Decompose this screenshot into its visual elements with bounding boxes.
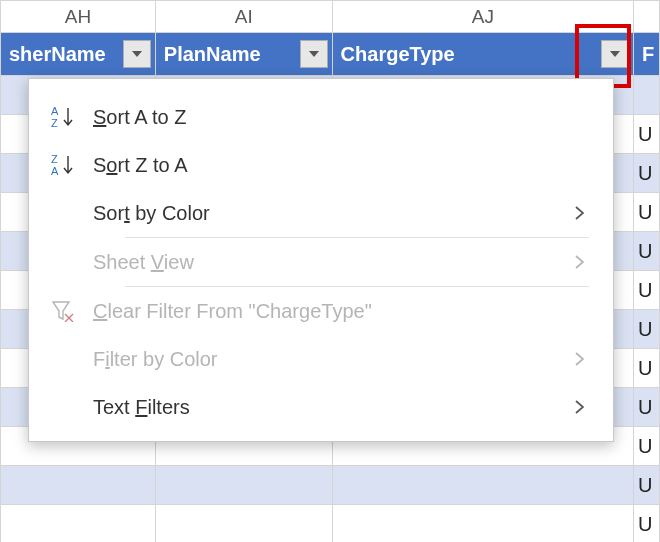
cell[interactable]: U — [634, 271, 660, 310]
menu-label: Sort Z to A — [93, 154, 613, 177]
header-cell[interactable]: PlanName — [155, 33, 332, 76]
svg-text:A: A — [51, 105, 59, 117]
menu-label: Text Filters — [93, 396, 565, 419]
chevron-down-icon — [309, 51, 319, 57]
header-label: PlanName — [164, 43, 261, 65]
header-label: ChargeType — [341, 43, 455, 65]
col-letter[interactable] — [634, 1, 660, 33]
cell[interactable] — [1, 466, 156, 505]
menu-filter-color: Filter by Color — [29, 335, 613, 383]
filter-button[interactable] — [601, 40, 629, 68]
cell[interactable] — [332, 505, 633, 543]
submenu-arrow-icon — [565, 400, 613, 414]
cell[interactable] — [332, 466, 633, 505]
filter-button[interactable] — [123, 40, 151, 68]
menu-sort-asc[interactable]: AZ Sort A to Z — [29, 93, 613, 141]
submenu-arrow-icon — [565, 352, 613, 366]
cell[interactable]: U — [634, 466, 660, 505]
header-label: F — [642, 43, 654, 65]
svg-text:A: A — [51, 165, 59, 177]
cell[interactable] — [1, 505, 156, 543]
header-cell[interactable]: F — [634, 33, 660, 76]
cell[interactable]: U — [634, 505, 660, 543]
menu-label: Sort by Color — [93, 202, 565, 225]
header-cell[interactable]: ChargeType — [332, 33, 633, 76]
table-header-row: sherName PlanName ChargeType F — [1, 33, 660, 76]
cell[interactable]: U — [634, 310, 660, 349]
table-row[interactable]: U — [1, 505, 660, 543]
menu-label: Sheet View — [93, 251, 565, 274]
menu-sheet-view: Sheet View — [29, 238, 613, 286]
cell[interactable]: U — [634, 154, 660, 193]
column-letter-row[interactable]: AH AI AJ — [1, 1, 660, 33]
cell[interactable]: U — [634, 349, 660, 388]
menu-label: Clear Filter From "ChargeType" — [93, 300, 613, 323]
cell[interactable] — [155, 505, 332, 543]
cell[interactable]: U — [634, 193, 660, 232]
menu-label: Sort A to Z — [93, 106, 613, 129]
svg-text:Z: Z — [51, 153, 58, 165]
cell[interactable]: U — [634, 232, 660, 271]
table-row[interactable]: U — [1, 466, 660, 505]
filter-dropdown-menu: AZ Sort A to Z ZA Sort Z to A Sort by Co… — [28, 78, 614, 442]
chevron-down-icon — [132, 51, 142, 57]
menu-sort-color[interactable]: Sort by Color — [29, 189, 613, 237]
header-label: sherName — [9, 43, 106, 65]
cell[interactable] — [155, 466, 332, 505]
sort-asc-icon: AZ — [51, 105, 93, 129]
menu-text-filters[interactable]: Text Filters — [29, 383, 613, 431]
menu-clear-filter: Clear Filter From "ChargeType" — [29, 287, 613, 335]
menu-sort-desc[interactable]: ZA Sort Z to A — [29, 141, 613, 189]
cell[interactable]: U — [634, 388, 660, 427]
cell[interactable]: U — [634, 427, 660, 466]
header-cell[interactable]: sherName — [1, 33, 156, 76]
menu-label: Filter by Color — [93, 348, 565, 371]
cell[interactable] — [634, 76, 660, 115]
col-letter[interactable]: AI — [155, 1, 332, 33]
cell[interactable]: U — [634, 115, 660, 154]
clear-filter-icon — [51, 300, 93, 322]
submenu-arrow-icon — [565, 206, 613, 220]
filter-button[interactable] — [300, 40, 328, 68]
svg-text:Z: Z — [51, 117, 58, 129]
submenu-arrow-icon — [565, 255, 613, 269]
chevron-down-icon — [610, 51, 620, 57]
col-letter[interactable]: AJ — [332, 1, 633, 33]
sort-desc-icon: ZA — [51, 153, 93, 177]
col-letter[interactable]: AH — [1, 1, 156, 33]
